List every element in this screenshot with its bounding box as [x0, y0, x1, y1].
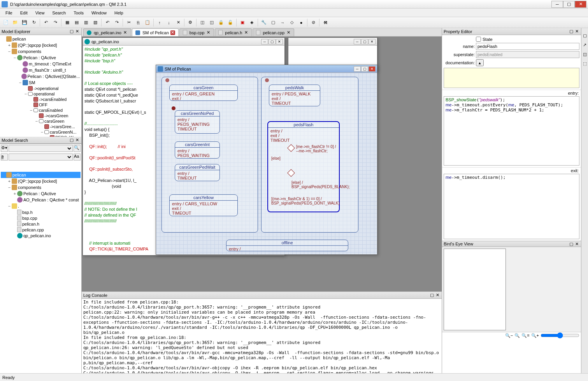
zoom-fit-icon[interactable]: 🔍	[514, 333, 520, 338]
close-icon[interactable]: ✕	[74, 138, 80, 143]
tree-item[interactable]: −components	[1, 48, 81, 55]
tree-item[interactable]: −components	[1, 184, 81, 190]
pin-icon[interactable]: ▢	[69, 138, 74, 143]
pin-icon[interactable]: ▢	[429, 293, 435, 298]
minimize-button[interactable]: ─	[551, 1, 563, 8]
documentation-text[interactable]	[444, 68, 579, 88]
redo-icon[interactable]: ↷	[51, 18, 60, 27]
tree-expand-icon[interactable]: −	[7, 185, 12, 190]
panel-icon[interactable]: ▧	[91, 18, 100, 27]
close-icon[interactable]: ✕	[574, 29, 579, 34]
state-checkbox[interactable]	[476, 37, 481, 42]
search-combo-1[interactable]	[9, 145, 73, 152]
tree-expand-icon[interactable]: +	[7, 179, 12, 183]
tab-close-icon[interactable]: ✕	[206, 30, 211, 35]
state-carsyellow[interactable]: carsYellow entry / CARS_YELLOWexit /TIME…	[169, 194, 238, 216]
pin-icon[interactable]: ▢	[69, 29, 74, 34]
tree-item[interactable]: Pelican : QActive((QState...	[1, 73, 81, 79]
pin-icon[interactable]: ▢	[569, 29, 574, 34]
cube-icon[interactable]: ◫	[198, 18, 207, 27]
side-tool-3-icon[interactable]: ◫	[581, 51, 588, 58]
tree-item[interactable]: AO_Pelican : QActive * const	[1, 197, 81, 203]
new-icon[interactable]: 📄	[2, 18, 10, 27]
down-icon[interactable]: ↓	[165, 18, 173, 27]
tree-expand-icon[interactable]: −	[7, 204, 12, 208]
sm-editor-window[interactable]: SM of Pelican ─ ▢ ✕	[156, 65, 377, 255]
state-icon[interactable]: ▢	[269, 18, 277, 27]
tab-close-icon[interactable]: ✕	[286, 30, 291, 35]
tree-item[interactable]: pelican.cpp	[1, 227, 81, 233]
tree-expand-icon[interactable]: −	[23, 92, 28, 96]
tab-close-icon[interactable]: ✕	[244, 30, 248, 35]
tree-item[interactable]: OFF	[1, 102, 81, 108]
close-icon[interactable]: ✕	[435, 293, 440, 298]
menu-search[interactable]: Search	[48, 10, 70, 16]
tree-expand-icon[interactable]: +	[7, 43, 12, 48]
tab-close-icon[interactable]: ✕	[123, 30, 128, 35]
gear-icon[interactable]: ⚙	[186, 18, 195, 27]
tree-item[interactable]: ->carsGree...	[1, 124, 81, 129]
tree-item[interactable]: −carsGreen	[1, 118, 81, 124]
editor-tab[interactable]: pelican.cpp✕	[253, 28, 294, 36]
tree-expand-icon[interactable]: −	[18, 80, 23, 85]
stop-icon[interactable]: ⊘	[309, 18, 318, 27]
tree-item[interactable]: pelican	[1, 172, 81, 178]
tree-item[interactable]: +(QP::)qpcpp [locked]	[1, 42, 81, 48]
zoom-slider[interactable]	[541, 332, 579, 339]
back-icon[interactable]: ↶	[103, 18, 112, 27]
tree-item[interactable]: −operational	[1, 91, 81, 97]
exit-code[interactable]: me->m_timeout.disarm();	[444, 174, 579, 239]
menu-tools[interactable]: Tools	[70, 10, 88, 16]
close-icon[interactable]: ✕	[574, 241, 579, 247]
editor-tab[interactable]: SM of Pelican✕	[132, 28, 179, 36]
close-icon[interactable]: ✕	[74, 29, 80, 34]
zoom-out-icon[interactable]: 🔍−	[505, 333, 513, 338]
side-tool-2-icon[interactable]: ↗	[581, 41, 588, 48]
tab-close-icon[interactable]: ✕	[170, 30, 175, 35]
search-text-icon[interactable]: a̲	[1, 153, 8, 161]
close-icon[interactable]: ✕	[276, 39, 283, 44]
tree-expand-icon[interactable]: −	[34, 119, 39, 123]
pin-icon[interactable]: ▢	[569, 241, 574, 247]
tree-item[interactable]: +Pelican : QActive	[1, 190, 81, 197]
paste-icon[interactable]: 📋	[143, 18, 152, 27]
choice-icon[interactable]: ◇	[288, 18, 296, 27]
birds-eye-view[interactable]	[442, 247, 581, 332]
tree-item[interactable]: ->operational	[1, 86, 81, 91]
cube-icon[interactable]: ◫	[207, 18, 216, 27]
open-icon[interactable]: 📁	[11, 18, 19, 27]
editor-tab[interactable]: pelican.h✕	[215, 28, 252, 36]
state-carsgreennoPed[interactable]: carsGreenNoPed entry /PEDS_WAITINGTIMEOU…	[175, 110, 220, 134]
state-carsgreenint[interactable]: carsGreenInt entry /PEDS_WAITING	[175, 141, 220, 159]
cut-icon[interactable]: ✂	[125, 18, 133, 27]
search-combo-2[interactable]	[9, 153, 73, 161]
log-output[interactable]: In file included from pelican.cpp:18: C:…	[82, 299, 442, 373]
panel-icon[interactable]: ▦	[63, 18, 72, 27]
save-icon[interactable]: 💾	[20, 18, 29, 27]
tree-item[interactable]: ->carsGreen	[1, 113, 81, 118]
close-button[interactable]: ✕	[575, 1, 586, 8]
forward-icon[interactable]: ↷	[112, 18, 121, 27]
name-input[interactable]	[476, 43, 579, 50]
choice-pseudostate[interactable]	[287, 169, 295, 177]
choice-pseudostate[interactable]	[287, 144, 295, 152]
menu-window[interactable]: Window	[88, 10, 111, 16]
tree-item[interactable]: bsp.h	[1, 209, 81, 215]
up-icon[interactable]: ↑	[155, 18, 164, 27]
maximize-icon[interactable]: ▢	[361, 66, 368, 72]
tree-expand-icon[interactable]: −	[40, 130, 44, 134]
initial-pseudostate[interactable]	[172, 106, 176, 110]
search-type-icon[interactable]: ⚙▾	[1, 145, 8, 152]
tree-expand-icon[interactable]: −	[7, 49, 12, 54]
delete-icon[interactable]: ✕	[174, 18, 183, 27]
tree-item[interactable]: −Pelican : QActive	[1, 55, 81, 61]
zoom-100-icon[interactable]: 🔍=	[521, 333, 529, 338]
search-case-icon[interactable]: Aa	[74, 153, 81, 161]
tree-item[interactable]: +(QP::)qpcpp [locked]	[1, 178, 81, 184]
model-search-tree[interactable]: pelican+(QP::)qpcpp [locked]−components+…	[0, 171, 81, 373]
state-carsgreen[interactable]: carsGreen entry / CARS_GREENexit /	[169, 85, 238, 101]
state-carsgreenpedwait[interactable]: carsGreenPedWait entry /TIMEOUT	[175, 164, 220, 181]
menu-edit[interactable]: Edit	[16, 10, 32, 16]
unlock-icon[interactable]: 🔓	[226, 18, 235, 27]
maximize-button[interactable]: ▢	[563, 1, 575, 8]
